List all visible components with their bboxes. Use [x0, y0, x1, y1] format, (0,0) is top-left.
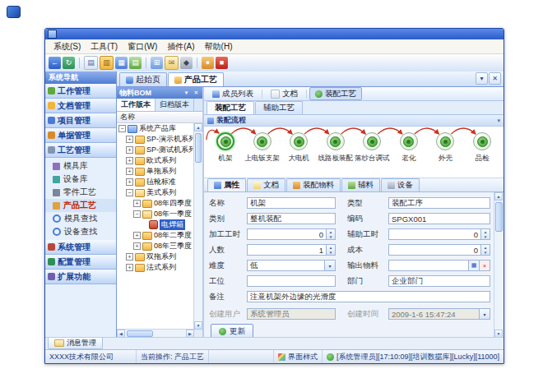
people-field[interactable]: 1 ▴▾ — [247, 244, 336, 256]
tree-item[interactable]: −系统产品库 — [117, 123, 194, 134]
tree-item[interactable]: +08年四季度 — [117, 198, 194, 209]
tab-assembly-process[interactable]: 装配工艺 — [207, 101, 254, 114]
category-field[interactable]: 整机装配 — [247, 213, 336, 224]
tree-item[interactable]: +欧式系列 — [117, 155, 194, 166]
tab-list-dropdown-icon[interactable]: ▾ — [476, 72, 488, 85]
sidebar-item-mold-library[interactable]: 模具库 — [45, 159, 116, 173]
collapse-icon[interactable]: ▾ — [497, 118, 500, 124]
tab-assembly-materials[interactable]: 装配物料 — [286, 178, 341, 191]
sidebar-group-work[interactable]: 工作管理 — [45, 84, 116, 99]
expand-icon[interactable]: + — [126, 157, 133, 164]
expand-icon[interactable]: + — [126, 168, 133, 175]
flow-node-4[interactable] — [327, 132, 345, 150]
spinner[interactable]: ▴▾ — [480, 229, 490, 239]
refresh-icon[interactable]: ↻ — [63, 57, 75, 69]
collapse-icon[interactable]: − — [133, 210, 141, 218]
back-icon[interactable]: ← — [49, 57, 61, 69]
desktop-app-icon[interactable] — [7, 6, 21, 18]
flow-node-6[interactable] — [400, 132, 418, 150]
tab-properties[interactable]: 属性 — [207, 178, 246, 191]
sidebar-item-mold-search[interactable]: 模具查找 — [45, 212, 116, 225]
close-tab-icon[interactable]: ✕ — [489, 72, 501, 85]
bom-column-header[interactable]: 名称 — [117, 112, 202, 123]
sidebar-group-process[interactable]: 工艺管理 — [45, 143, 116, 158]
department-field[interactable]: 企业部门 — [388, 275, 490, 287]
key-icon[interactable]: ● — [202, 57, 214, 69]
menu-tools[interactable]: 工具(T) — [86, 40, 123, 53]
ui-style-button[interactable]: 界面样式 — [274, 350, 323, 363]
collapse-icon[interactable]: − — [126, 189, 133, 196]
documents-button[interactable]: 文档 — [265, 87, 304, 100]
document-icon[interactable]: ▤ — [84, 56, 98, 70]
flow-node-7[interactable] — [436, 132, 454, 150]
sidebar-item-product-process[interactable]: 产品工艺 — [45, 199, 116, 212]
pin-icon[interactable]: ▾ — [183, 90, 190, 97]
expand-icon[interactable]: + — [126, 146, 133, 154]
tree-item[interactable]: +双拖系列 — [117, 251, 194, 262]
scroll-thumb[interactable] — [495, 202, 503, 232]
expand-icon[interactable]: + — [133, 200, 141, 207]
dropdown-icon[interactable]: ▾ — [324, 261, 335, 270]
tree-item[interactable]: +SP-测试机系列 — [117, 145, 194, 155]
sidebar-group-project[interactable]: 项目管理 — [45, 113, 116, 128]
scroll-thumb[interactable] — [195, 133, 202, 163]
name-field[interactable]: 机架 — [247, 197, 336, 209]
settings-icon[interactable]: ◆ — [180, 57, 193, 69]
message-management-tab[interactable]: 消息管理 — [48, 338, 103, 349]
tree-item[interactable]: +毡靴标准 — [117, 177, 194, 187]
close-icon[interactable]: ✕ — [193, 90, 200, 97]
mail-icon[interactable]: ✉ — [165, 56, 179, 70]
vertical-scrollbar[interactable]: ▲ ▼ — [494, 192, 504, 338]
spinner[interactable]: ▴▾ — [480, 245, 490, 255]
spinner[interactable]: ▴▾ — [326, 245, 335, 255]
expand-icon[interactable]: + — [126, 136, 133, 143]
difficulty-select[interactable]: 低 ▾ — [247, 260, 336, 271]
sidebar-item-equipment-library[interactable]: 设备库 — [45, 173, 116, 186]
tab-working-version[interactable]: 工作版本 — [117, 99, 155, 111]
tab-documents[interactable]: 文档 — [247, 178, 285, 191]
lookup-icon[interactable]: ▦ — [468, 261, 479, 270]
tree-item[interactable]: +08年二季度 — [117, 230, 194, 241]
flow-node-8[interactable] — [473, 132, 491, 150]
expand-icon[interactable]: + — [126, 253, 133, 261]
assembly-process-button[interactable]: 装配工艺 — [309, 87, 362, 100]
scroll-thumb[interactable] — [127, 330, 153, 337]
tree-item[interactable]: −08年一季度 — [117, 209, 194, 219]
tree-item[interactable]: +法式系列 — [117, 262, 194, 273]
flow-node-3[interactable] — [290, 132, 308, 150]
output-material-field[interactable]: ▦× — [388, 260, 490, 271]
menu-plugins[interactable]: 插件(A) — [162, 40, 199, 53]
flow-node-2[interactable] — [253, 132, 272, 150]
tab-auxiliary-materials[interactable]: 辅料 — [341, 178, 380, 191]
expand-icon[interactable]: + — [126, 264, 133, 271]
tree-item[interactable]: +SP-演示机系列 — [117, 134, 194, 145]
tree-item[interactable]: 电焊箱 — [117, 219, 194, 230]
sidebar-group-extension[interactable]: 扩展功能 — [45, 270, 116, 284]
remark-field[interactable]: 注意机架外边缘的光滑度 — [247, 291, 490, 302]
scroll-up-icon[interactable]: ▲ — [194, 123, 202, 131]
expand-icon[interactable]: + — [133, 242, 141, 250]
title-bar[interactable] — [45, 29, 504, 39]
sidebar-group-document[interactable]: 文档管理 — [45, 99, 116, 113]
tab-auxiliary-process[interactable]: 辅助工艺 — [255, 101, 303, 114]
scroll-down-icon[interactable]: ▼ — [194, 321, 202, 330]
type-field[interactable]: 装配工序 — [388, 197, 490, 209]
flow-node-1[interactable] — [216, 132, 234, 150]
tab-product-process[interactable]: 产品工艺 — [168, 72, 224, 86]
sidebar-group-config[interactable]: 配置管理 — [45, 255, 116, 270]
expand-icon[interactable]: + — [133, 232, 141, 239]
flow-node-5[interactable] — [363, 132, 381, 150]
sidebar-item-part-process[interactable]: 零件工艺 — [45, 186, 116, 199]
sidebar-group-billing[interactable]: 单据管理 — [45, 128, 116, 143]
cost-field[interactable]: 0 ▴▾ — [388, 244, 490, 256]
tab-archive-version[interactable]: 归档版本 — [155, 99, 194, 111]
dropdown-icon[interactable]: ▾ — [479, 309, 490, 319]
code-field[interactable]: SPGX001 — [388, 213, 490, 224]
tree-item[interactable]: +单拖系列 — [117, 166, 194, 177]
collapse-icon[interactable]: − — [118, 125, 126, 132]
stop-icon[interactable]: ■ — [216, 57, 228, 69]
report-icon[interactable]: ▤ — [129, 57, 142, 69]
menu-help[interactable]: 帮助(H) — [200, 40, 238, 53]
aux-hours-field[interactable]: 0 ▴▾ — [388, 228, 490, 240]
sidebar-item-equipment-search[interactable]: 设备查找 — [45, 225, 116, 238]
